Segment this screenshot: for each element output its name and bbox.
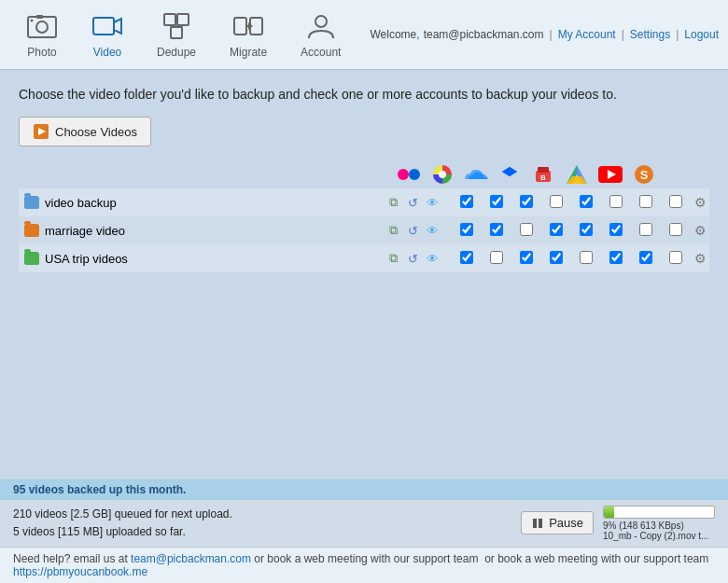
folder-actions-2: ⧉ ↺ 👁 bbox=[383, 216, 452, 244]
svg-rect-25 bbox=[538, 167, 549, 173]
view-icon-3[interactable]: 👁 bbox=[424, 250, 441, 267]
copy-icon-3[interactable]: ⧉ bbox=[385, 250, 401, 267]
svg-text:B: B bbox=[540, 174, 546, 182]
cb-dropbox-2[interactable] bbox=[541, 216, 571, 244]
cb-onedrive-2[interactable] bbox=[511, 216, 541, 244]
cb-gdrive-2[interactable] bbox=[601, 216, 631, 244]
cb-picasa-1[interactable] bbox=[482, 188, 511, 216]
uploaded-text: 5 videos [115 MB] uploaded so far. bbox=[13, 523, 232, 541]
cb-dropbox-3[interactable] bbox=[541, 244, 571, 272]
copy-icon-2[interactable]: ⧉ bbox=[385, 222, 401, 239]
view-icon-2[interactable]: 👁 bbox=[424, 222, 441, 239]
refresh-icon-3[interactable]: ↺ bbox=[404, 250, 421, 267]
cb-youtube-1[interactable] bbox=[631, 188, 661, 216]
progress-file-text: 10_mb - Copy (2).mov t... bbox=[603, 531, 708, 541]
nav-item-photo[interactable]: Photo bbox=[9, 3, 75, 66]
table-row: video backup ⧉ ↺ 👁 ⚙ bbox=[19, 188, 709, 216]
cb-flickr-2[interactable] bbox=[452, 216, 482, 244]
sep2: | bbox=[622, 28, 624, 41]
flickr-icon bbox=[396, 166, 422, 183]
folder-label-2: marriage video bbox=[45, 224, 125, 238]
svg-point-3 bbox=[31, 20, 34, 22]
svg-marker-29 bbox=[567, 176, 587, 184]
cb-backblaze-2[interactable] bbox=[571, 216, 601, 244]
googledrive-icon bbox=[565, 163, 589, 186]
pause-button[interactable]: Pause bbox=[521, 511, 594, 534]
smugmug-header-icon: S bbox=[627, 163, 661, 188]
photo-icon bbox=[26, 10, 58, 42]
sep3: | bbox=[676, 28, 679, 41]
svg-point-15 bbox=[315, 16, 327, 27]
sep1: | bbox=[550, 28, 553, 41]
folder-actions-1: ⧉ ↺ 👁 bbox=[383, 188, 452, 216]
nav-item-video[interactable]: Video bbox=[75, 3, 140, 66]
cb-backblaze-3[interactable] bbox=[571, 244, 601, 272]
nav-item-migrate[interactable]: Migrate bbox=[213, 3, 284, 66]
folder-icon-3 bbox=[24, 252, 39, 265]
pause-icon bbox=[531, 517, 544, 530]
queued-text: 210 videos [2.5 GB] queued for next uplo… bbox=[13, 506, 232, 523]
welcome-text: Welcome, bbox=[370, 28, 419, 41]
cb-onedrive-3[interactable] bbox=[511, 244, 541, 272]
cb-dropbox-1[interactable] bbox=[541, 188, 571, 216]
logout-link[interactable]: Logout bbox=[684, 28, 719, 41]
nav-bar: Photo Video Dedupe bbox=[9, 3, 357, 66]
cb-gdrive-3[interactable] bbox=[601, 244, 631, 272]
folder-name-cell-3: USA trip videos bbox=[19, 244, 383, 272]
picasa-icon bbox=[431, 163, 454, 186]
svg-rect-6 bbox=[164, 14, 175, 25]
cb-picasa-3[interactable] bbox=[482, 244, 511, 272]
cb-smugmug-2[interactable] bbox=[661, 216, 691, 244]
cb-picasa-2[interactable] bbox=[482, 216, 511, 244]
dropbox-icon bbox=[498, 163, 521, 186]
onedrive-header-icon bbox=[459, 166, 493, 186]
nav-item-account[interactable]: Account bbox=[284, 3, 357, 66]
folder-actions-3: ⧉ ↺ 👁 bbox=[383, 244, 452, 272]
svg-rect-4 bbox=[93, 18, 114, 35]
header: Photo Video Dedupe bbox=[0, 0, 728, 70]
cb-smugmug-3[interactable] bbox=[661, 244, 691, 272]
progress-pct-text: 9% (148 613 KBps) bbox=[603, 521, 684, 531]
upload-text: 210 videos [2.5 GB] queued for next uplo… bbox=[13, 506, 232, 541]
svg-rect-7 bbox=[177, 14, 189, 25]
gear-1[interactable]: ⚙ bbox=[691, 188, 709, 216]
refresh-icon-1[interactable]: ↺ bbox=[404, 194, 421, 211]
copy-icon-1[interactable]: ⧉ bbox=[385, 194, 401, 211]
view-icon-1[interactable]: 👁 bbox=[424, 194, 441, 211]
table-row: USA trip videos ⧉ ↺ 👁 ⚙ bbox=[19, 244, 709, 272]
cb-smugmug-1[interactable] bbox=[661, 188, 691, 216]
svg-rect-34 bbox=[533, 519, 537, 528]
youtube-icon bbox=[597, 165, 623, 184]
progress-area: 9% (148 613 KBps) 10_mb - Copy (2).mov t… bbox=[603, 506, 715, 541]
choose-btn-label: Choose Videos bbox=[55, 125, 137, 139]
cb-backblaze-1[interactable] bbox=[571, 188, 601, 216]
gear-3[interactable]: ⚙ bbox=[691, 244, 709, 272]
cb-youtube-3[interactable] bbox=[631, 244, 661, 272]
cb-onedrive-1[interactable] bbox=[511, 188, 541, 216]
gear-2[interactable]: ⚙ bbox=[691, 216, 709, 244]
help-bar: Need help? email us at team@picbackman.c… bbox=[0, 547, 728, 583]
settings-link[interactable]: Settings bbox=[630, 28, 670, 41]
user-email: team@picbackman.com bbox=[424, 28, 544, 41]
backed-up-text: 95 videos backed up this month. bbox=[13, 483, 186, 496]
picasa-header-icon bbox=[426, 163, 459, 188]
folder-name-cell-1: video backup bbox=[19, 188, 383, 216]
cb-youtube-2[interactable] bbox=[631, 216, 661, 244]
svg-rect-11 bbox=[234, 18, 246, 35]
nav-migrate-label: Migrate bbox=[230, 46, 267, 59]
account-icon bbox=[305, 10, 337, 42]
nav-video-label: Video bbox=[93, 46, 121, 59]
cb-flickr-1[interactable] bbox=[452, 188, 482, 216]
my-account-link[interactable]: My Account bbox=[558, 28, 616, 41]
folder-icon-2 bbox=[24, 224, 39, 237]
choose-videos-button[interactable]: Choose Videos bbox=[19, 117, 151, 146]
cb-gdrive-1[interactable] bbox=[601, 188, 631, 216]
help-email-link[interactable]: team@picbackman.com bbox=[131, 552, 251, 565]
cb-flickr-3[interactable] bbox=[452, 244, 482, 272]
refresh-icon-2[interactable]: ↺ bbox=[404, 222, 421, 239]
svg-point-1 bbox=[36, 21, 48, 33]
upload-right: Pause 9% (148 613 KBps) 10_mb - Copy (2)… bbox=[521, 506, 715, 541]
help-booking-link[interactable]: https://pbmyoucanbook.me bbox=[13, 565, 147, 578]
nav-item-dedupe[interactable]: Dedupe bbox=[140, 3, 213, 66]
intro-text: Choose the video folder you'd like to ba… bbox=[19, 87, 709, 102]
